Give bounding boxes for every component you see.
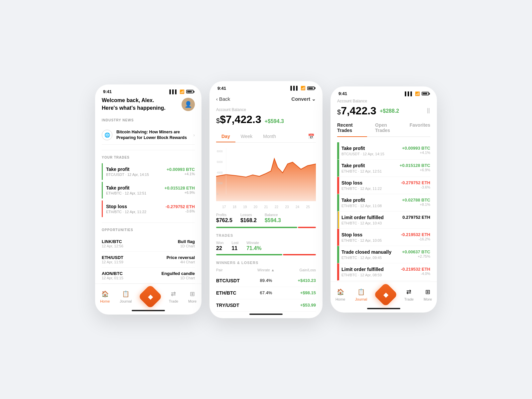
x-label-21: 21 (264, 205, 268, 209)
nav-more-3[interactable]: ⊞ More (424, 288, 432, 301)
screen-chart: 9:41 ▌▌▌ 📶 ‹ Back Convert ⌄ Account Ba (209, 81, 323, 318)
nav-more-label-1: More (188, 299, 197, 303)
nav-center-3[interactable]: ◆ (377, 286, 394, 303)
bottom-nav-1: 🏠 Home 📋 Journal ◆ ⇄ Trade ⊞ More (95, 284, 201, 308)
jt-name-3: Stop loss (341, 180, 382, 186)
more-icon-1: ⊞ (189, 290, 197, 298)
back-nav: ‹ Back Convert ⌄ (216, 93, 316, 107)
bar-chart-icon: Ⅱ (427, 107, 430, 115)
calendar-icon[interactable]: 📅 (308, 133, 316, 140)
trade-center-btn-1[interactable]: ◆ (138, 284, 163, 309)
opp-date-2: 12 Apr, 11:59 (102, 260, 123, 264)
greeting-text: Welcome back, Alex.Here's what's happeni… (102, 97, 166, 112)
opp-row-2[interactable]: ETH/USDT 12 Apr, 11:59 Price reversal 4H… (102, 252, 195, 268)
your-trades-label: YOUR TRADES (102, 156, 195, 159)
jt-pct-8: -4.0% (401, 272, 430, 276)
trade-pct-2: +6.9% (165, 191, 195, 195)
winners-header: Pair Winrate ▲ Gain/Loss (216, 268, 316, 272)
journal-trade-6[interactable]: Stop loss ETH/BTC · 12 Apr, 10:05 -0.219… (337, 229, 430, 246)
trade-detail-2: ETH/BTC · 12 Apr, 12:51 (106, 191, 146, 195)
nav-home-3[interactable]: 🏠 Home (335, 288, 345, 301)
nav-journal-1[interactable]: 📋 Journal (120, 290, 132, 303)
journal-trade-1[interactable]: Take profit BTC/USDT · 12 Apr, 14:15 +0.… (337, 142, 430, 160)
trade-item-2[interactable]: Take profit ETH/BTC · 12 Apr, 12:51 +0.0… (102, 182, 195, 199)
trade-item-1[interactable]: Take profit BTC/USDT · 12 Apr, 14:15 +0.… (102, 163, 195, 180)
nav-journal-3[interactable]: 📋 Journal (355, 288, 367, 301)
nav-trade-1[interactable]: ⇄ Trade (169, 290, 178, 303)
pnl-bar (216, 227, 316, 228)
opp-pair-3: AION/BTC (102, 271, 123, 276)
news-item[interactable]: 🌐 Bitcoin Halving: How Miners are Prepar… (102, 126, 195, 145)
x-label-24: 24 (296, 205, 299, 209)
tab-open-trades[interactable]: Open Trades (375, 122, 402, 136)
jt-detail-5: ETH/BTC · 12 Apr, 10:43 (341, 221, 384, 225)
trade-name-3: Stop loss (106, 204, 146, 209)
winrate-bar (216, 254, 316, 255)
convert-label: Convert (291, 96, 310, 102)
trades-stats: Won 22 Lost 11 Winrate 71.4% (216, 241, 316, 251)
winner-row-3[interactable]: TRY/USDT +$53.99 (216, 299, 316, 312)
opp-row-1[interactable]: LINK/BTC 12 Apr, 12:56 Bull flag 1D Char… (102, 236, 195, 252)
nav-center-1[interactable]: ◆ (142, 288, 159, 305)
journal-trade-3[interactable]: Stop loss ETH/BTC · 12 Apr, 11:22 -0.279… (337, 177, 430, 194)
signal-icon-2: ▌▌▌ (290, 86, 299, 90)
price-chart: 8000 6000 4000 2000 0 (216, 148, 316, 201)
losses-value: $168.2 (240, 217, 257, 223)
winners-label: WINNERS & LOSERS (216, 261, 316, 265)
tab-favorites[interactable]: Favorites (410, 122, 430, 136)
journal-trade-7[interactable]: Trade closed manually ETH/BTC · 12 Apr, … (337, 246, 430, 263)
svg-text:8000: 8000 (217, 150, 223, 153)
journal-trade-4[interactable]: Take profit ETH/BTC · 12 Apr, 11:08 +0.0… (337, 194, 430, 211)
nav-trade-label-1: Trade (169, 299, 178, 303)
journal-trade-2[interactable]: Take profit ETH/BTC · 12 Apr, 12:51 +0.0… (337, 160, 430, 177)
jt-name-7: Trade closed manually (341, 249, 391, 255)
jt-pct-4: +8.1% (402, 202, 430, 206)
winner-pair-1: BTC/USDT (216, 278, 249, 283)
svg-marker-0 (216, 159, 316, 201)
back-button[interactable]: ‹ Back (216, 96, 230, 102)
winner-row-1[interactable]: BTC/USDT 89.4% +$410.23 (216, 275, 316, 287)
chart-container: 8000 6000 4000 2000 0 (216, 148, 316, 201)
profits-label: Profits (216, 213, 232, 217)
journal-trade-8[interactable]: Limit order fulfilled ETH/BTC · 12 Apr, … (337, 263, 430, 281)
jt-amount-1: +0.00993 BTC (402, 146, 430, 151)
battery-icon-1 (186, 90, 194, 93)
nav-more-1[interactable]: ⊞ More (188, 290, 197, 303)
journal-trade-5[interactable]: Limit order fulfilled ETH/BTC · 12 Apr, … (337, 211, 430, 229)
nav-trade-3[interactable]: ⇄ Trade (404, 288, 414, 301)
trades-section-label: TRADES (216, 233, 316, 237)
divider-1 (102, 150, 195, 150)
winner-winrate-2: 67.4% (249, 290, 283, 295)
opp-chart-2: 4H Chart (167, 260, 195, 264)
tab-month[interactable]: Month (258, 131, 281, 142)
balance-stat-label: Balance (265, 213, 281, 217)
tab-week[interactable]: Week (235, 131, 258, 142)
home-icon-1: 🏠 (101, 290, 109, 298)
trade-center-btn-3[interactable]: ◆ (373, 282, 398, 307)
opp-date-1: 12 Apr, 12:56 (102, 244, 123, 248)
winner-row-2[interactable]: ETH/BTC 67.4% +$98.15 (216, 287, 316, 299)
nav-home-1[interactable]: 🏠 Home (100, 290, 110, 303)
convert-button[interactable]: Convert ⌄ (291, 96, 316, 102)
time-1: 9:41 (103, 89, 112, 94)
jt-name-1: Take profit (341, 146, 384, 151)
trade-item-3[interactable]: Stop loss ETH/BTC · 12 Apr, 11:22 -0.279… (102, 200, 195, 217)
winrate-label: Winrate (246, 241, 261, 245)
jt-amount-7: +0.00637 BTC (402, 249, 430, 254)
opp-row-3[interactable]: AION/BTC 12 Apr, 01:15 Engulfed candle 1… (102, 268, 195, 284)
avatar: 👤 (182, 98, 195, 111)
balance-stat: Balance $594.3 (265, 213, 281, 223)
bar-green-2 (216, 254, 282, 255)
svg-text:4000: 4000 (217, 171, 223, 174)
x-label-22: 22 (275, 205, 278, 209)
lost-value: 11 (231, 245, 238, 251)
convert-chevron-icon: ⌄ (312, 96, 316, 102)
nav-trade-label-3: Trade (404, 297, 414, 301)
news-text: Bitcoin Halving: How Miners are Preparin… (116, 129, 189, 141)
opp-signal-2: Price reversal (167, 255, 195, 260)
tab-day[interactable]: Day (216, 131, 235, 142)
tab-recent-trades[interactable]: Recent Trades (337, 122, 367, 136)
jt-amount-5: 0.279752 ETH (402, 215, 430, 220)
jt-detail-2: ETH/BTC · 12 Apr, 12:51 (341, 169, 382, 173)
nav-home-label-3: Home (335, 297, 345, 301)
